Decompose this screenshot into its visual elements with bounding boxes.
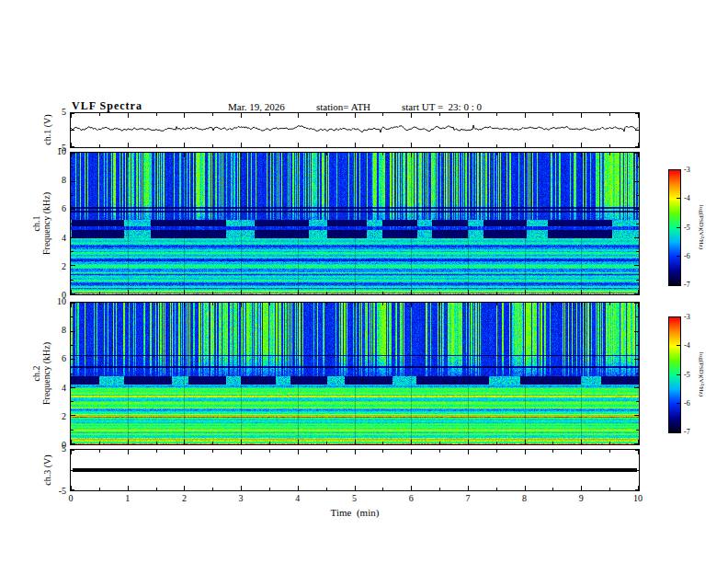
colorbar-tick-mark xyxy=(677,284,680,285)
x-tick-label: 1 xyxy=(125,494,130,503)
start-ut-label: start UT = 23: 0 : 0 xyxy=(402,101,482,112)
x-tick-label: 2 xyxy=(182,494,187,503)
y-tick-label: 10 xyxy=(48,297,66,306)
colorbar-tick-label: -3 xyxy=(684,313,690,321)
ch1-voltage-axis-label: ch.1 (V) xyxy=(42,114,52,144)
y-tick-label: 5 xyxy=(48,444,66,454)
station-label: station= ATH xyxy=(316,101,370,112)
x-tick-label: 8 xyxy=(522,494,527,503)
x-axis-title: Time (min) xyxy=(331,507,380,518)
y-tick-label: 6 xyxy=(48,354,66,363)
colorbar-tick-label: -7 xyxy=(684,428,690,436)
y-tick-label: 2 xyxy=(48,262,66,271)
colorbar-tick-label: -4 xyxy=(684,341,690,350)
colorbar-tick-mark xyxy=(677,403,680,404)
y-tick-label: 8 xyxy=(48,326,66,335)
ch3-flatline-canvas xyxy=(71,450,639,490)
ch1-frequency-axis-label: ch.1 Frequency (kHz) xyxy=(31,192,51,255)
colorbar-tick-label: -3 xyxy=(684,166,690,174)
colorbar-tick-label: -6 xyxy=(684,252,690,260)
y-tick-label: 8 xyxy=(48,176,66,185)
ch1-axis-label-line2: Frequency (kHz) xyxy=(41,192,51,255)
ch1-waveform-canvas xyxy=(71,113,639,147)
y-tick-label: 4 xyxy=(48,234,66,243)
colorbar-tick-mark xyxy=(677,431,680,432)
ch3-flatline-panel xyxy=(70,449,640,491)
colorbar-tick-label: -6 xyxy=(684,399,690,408)
ch2-frequency-axis-label: ch.2 Frequency (kHz) xyxy=(31,342,51,405)
colorbar-tick-label: -4 xyxy=(684,194,690,202)
x-tick-label: 3 xyxy=(239,494,244,503)
colorbar-tick-label: -5 xyxy=(684,371,690,379)
colorbar-tick-mark xyxy=(677,227,680,228)
ch3-voltage-axis-label: ch.3 (V) xyxy=(42,454,52,485)
y-tick-label: -5 xyxy=(48,487,66,496)
ch1-spectrogram-panel xyxy=(70,152,640,295)
colorbar-tick-mark xyxy=(677,198,680,199)
ch2-spectrogram-panel xyxy=(70,302,640,445)
x-tick-label: 10 xyxy=(633,494,643,503)
date-label: Mar. 19, 2026 xyxy=(228,101,285,112)
x-tick-label: 0 xyxy=(69,494,74,503)
ch2-axis-label-line1: ch.2 xyxy=(31,342,41,405)
colorbar-tick-mark xyxy=(677,256,680,257)
x-tick-label: 7 xyxy=(465,494,470,503)
y-tick-label: 4 xyxy=(48,384,66,393)
y-tick-label: 6 xyxy=(48,204,66,213)
colorbar-label-ch1: log(PSD)(V²/Hz) xyxy=(698,205,704,249)
vlf-spectra-figure: VLF Spectra Mar. 19, 2026 station= ATH s… xyxy=(0,0,728,563)
x-tick-label: 4 xyxy=(295,494,300,503)
colorbar-tick-mark xyxy=(677,345,680,346)
colorbar-tick-mark xyxy=(677,316,680,317)
y-tick-label: 5 xyxy=(48,108,66,117)
y-tick-label: 10 xyxy=(48,147,66,156)
colorbar-tick-label: -7 xyxy=(684,281,690,289)
colorbar-tick-label: -5 xyxy=(684,224,690,232)
colorbar-tick-mark xyxy=(677,169,680,170)
x-tick-label: 5 xyxy=(352,494,357,503)
y-tick-label: 2 xyxy=(48,412,66,421)
colorbar-label-ch2: log(PSD)(V²/Hz) xyxy=(698,352,704,396)
ch1-axis-label-line1: ch.1 xyxy=(31,192,41,255)
ch2-spectrogram-canvas xyxy=(71,303,639,444)
figure-title: VLF Spectra xyxy=(72,99,142,113)
x-tick-label: 9 xyxy=(579,494,584,503)
ch1-waveform-panel xyxy=(70,112,640,148)
ch2-axis-label-line2: Frequency (kHz) xyxy=(41,342,51,405)
colorbar-tick-mark xyxy=(677,374,680,375)
x-tick-label: 6 xyxy=(409,494,414,503)
ch1-spectrogram-canvas xyxy=(71,153,639,294)
